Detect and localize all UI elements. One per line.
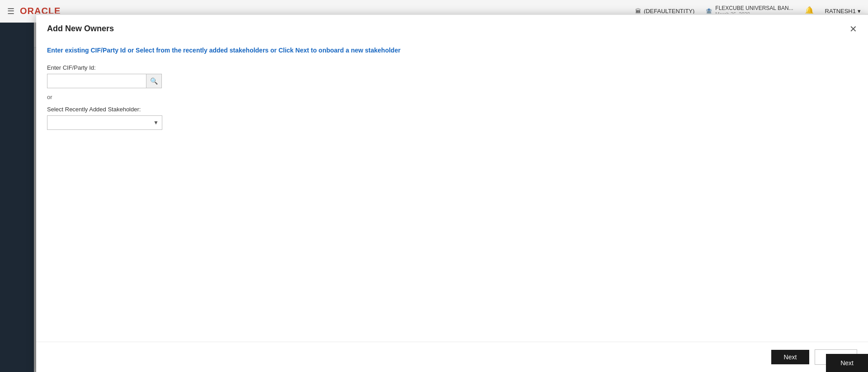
search-icon: 🔍 bbox=[150, 77, 158, 85]
cif-input-group: 🔍 bbox=[47, 74, 857, 88]
modal-instruction: Enter existing CIF/Party Id or Select fr… bbox=[47, 46, 857, 55]
modal-body: Enter existing CIF/Party Id or Select fr… bbox=[36, 39, 868, 342]
stakeholder-select[interactable] bbox=[47, 115, 162, 130]
select-label: Select Recently Added Stakeholder: bbox=[47, 106, 857, 113]
stakeholder-select-wrapper: ▼ bbox=[47, 115, 162, 130]
modal-footer: Next Cancel bbox=[36, 342, 868, 372]
cif-label: Enter CIF/Party Id: bbox=[47, 64, 857, 71]
bank-label: FLEXCUBE UNIVERSAL BAN... bbox=[715, 5, 793, 11]
hamburger-icon[interactable]: ☰ bbox=[7, 6, 14, 16]
modal-next-button[interactable]: Next bbox=[771, 350, 810, 364]
modal-title: Add New Owners bbox=[47, 24, 114, 33]
bottom-next-button[interactable]: Next bbox=[826, 354, 868, 372]
or-divider: or bbox=[47, 94, 857, 100]
modal-dialog: Add New Owners ✕ Enter existing CIF/Part… bbox=[36, 14, 868, 372]
modal-header: Add New Owners ✕ bbox=[36, 15, 868, 39]
modal-close-button[interactable]: ✕ bbox=[849, 24, 857, 33]
cif-input[interactable] bbox=[47, 74, 146, 88]
search-button[interactable]: 🔍 bbox=[146, 74, 162, 88]
